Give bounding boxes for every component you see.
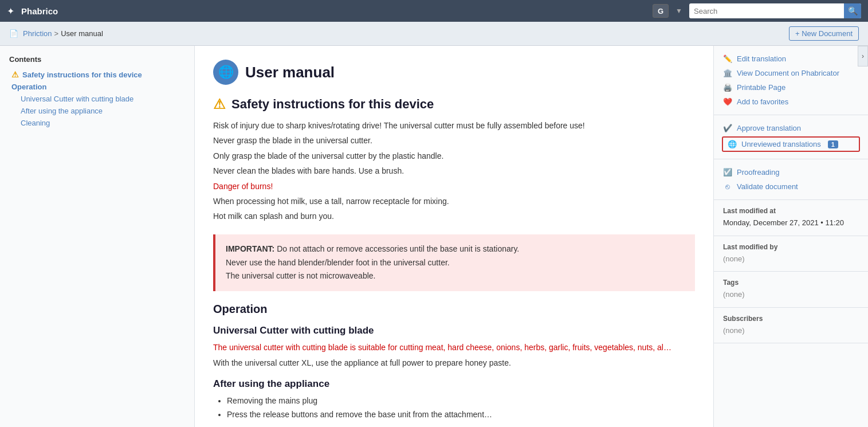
meta-last-modified-by: Last modified by (none)	[714, 236, 868, 272]
sidebar-item-cleaning[interactable]: Cleaning	[9, 117, 185, 129]
breadcrumb-bar: 📄 Phriction > User manual + New Document	[0, 22, 868, 46]
sidebar-operation-label: Operation	[11, 83, 46, 91]
safety-warning-icon: ⚠	[213, 96, 226, 112]
proofreading-link[interactable]: ☑️ Proofreading	[723, 165, 859, 179]
important-box: IMPORTANT: Do not attach or remove acces…	[213, 234, 695, 291]
breadcrumb: 📄 Phriction > User manual	[9, 29, 103, 38]
cutter-desc-1: The universal cutter with cutting blade …	[213, 341, 695, 354]
safety-para-5: When processing hot milk, use a tall, na…	[213, 195, 695, 207]
meta-subscribers: Subscribers (none)	[714, 308, 868, 344]
sidebar-item-safety-label: Safety instructions for this device	[22, 70, 142, 79]
after-heading: After using the appliance	[213, 378, 695, 390]
operation-section: Operation Universal Cutter with cutting …	[213, 303, 695, 421]
operation-heading: Operation	[213, 303, 695, 316]
breadcrumb-parent-link[interactable]: Phriction	[23, 29, 52, 38]
safety-para-4: Danger of burns!	[213, 180, 695, 193]
important-line-2: The universal cutter is not microwaveabl…	[226, 271, 375, 280]
header: ✦ Phabrico G ▼ 🔍	[0, 0, 868, 22]
safety-section: ⚠ Safety instructions for this device Ri…	[213, 96, 695, 291]
safety-para-0: Risk of injury due to sharp knives/rotat…	[213, 119, 695, 132]
sidebar: Contents ⚠ Safety instructions for this …	[0, 46, 195, 427]
globe-icon: 🌐	[728, 140, 737, 148]
page-globe-icon: 🌐	[213, 60, 238, 85]
page-title-row: 🌐 User manual	[213, 60, 695, 85]
approve-icon: ✔️	[723, 124, 732, 132]
panel-doc-actions: ☑️ Proofreading ⎋ Validate document	[714, 159, 868, 200]
validate-icon: ⎋	[723, 182, 732, 191]
phabrico-logo-icon: ✦	[7, 6, 14, 17]
heart-icon: ❤️	[723, 97, 732, 106]
view-icon: 🏛️	[723, 69, 732, 77]
safety-para-3: Never clean the blades with bare hands. …	[213, 164, 695, 177]
warning-icon: ⚠	[11, 70, 19, 79]
printable-page-link[interactable]: 🖨️ Printable Page	[723, 80, 859, 95]
panel-toggle[interactable]: ›	[858, 46, 868, 66]
after-bullet-0: Removing the mains plug	[227, 394, 695, 408]
safety-para-6: Hot milk can splash and burn you.	[213, 210, 695, 222]
main-content: 🌐 User manual ⚠ Safety instructions for …	[195, 46, 713, 427]
validate-document-link[interactable]: ⎋ Validate document	[723, 179, 859, 194]
cutter-heading: Universal Cutter with cutting blade	[213, 325, 695, 336]
safety-heading: ⚠ Safety instructions for this device	[213, 96, 695, 112]
right-panel: › ✏️ Edit translation 🏛️ View Document o…	[713, 46, 868, 427]
important-line-1: Never use the hand blender/blender foot …	[226, 258, 450, 267]
edit-translation-link[interactable]: ✏️ Edit translation	[723, 52, 859, 66]
meta-last-modified-at: Last modified at Monday, December 27, 20…	[714, 200, 868, 236]
new-document-button[interactable]: + New Document	[789, 26, 859, 41]
after-bullet-1: Press the release buttons and remove the…	[227, 408, 695, 422]
cutter-desc-2: With the universal cutter XL, use the ap…	[213, 357, 695, 369]
sidebar-item-operation[interactable]: Operation	[9, 81, 185, 93]
safety-para-2: Only grasp the blade of the universal cu…	[213, 150, 695, 162]
important-line-0: Do not attach or remove accessories unti…	[277, 244, 519, 253]
sidebar-cleaning-label: Cleaning	[21, 119, 50, 127]
sidebar-item-safety[interactable]: ⚠ Safety instructions for this device	[9, 68, 185, 81]
important-label: IMPORTANT:	[226, 244, 274, 253]
search-bar: 🔍	[689, 3, 861, 18]
breadcrumb-icon: 📄	[9, 29, 18, 38]
view-document-link[interactable]: 🏛️ View Document on Phabricator	[723, 66, 859, 80]
unreviewed-badge: 1	[828, 140, 838, 148]
main-layout: Contents ⚠ Safety instructions for this …	[0, 46, 868, 427]
sidebar-cutter-label: Universal Cutter with cutting blade	[21, 95, 133, 103]
sidebar-after-label: After using the appliance	[21, 107, 103, 115]
search-input[interactable]	[689, 7, 844, 15]
breadcrumb-separator: >	[54, 29, 59, 38]
after-bullets: Removing the mains plug Press the releas…	[213, 394, 695, 422]
unreviewed-translations-link[interactable]: 🌐 Unreviewed translations 1	[722, 136, 860, 152]
meta-tags: Tags (none)	[714, 272, 868, 308]
search-button[interactable]: 🔍	[844, 3, 861, 18]
safety-para-1: Never grasp the blade in the universal c…	[213, 134, 695, 147]
panel-translation-actions: ✔️ Approve translation 🌐 Unreviewed tran…	[714, 115, 868, 159]
print-icon: 🖨️	[723, 83, 732, 92]
breadcrumb-current: User manual	[61, 29, 103, 38]
add-favorites-link[interactable]: ❤️ Add to favorites	[723, 95, 859, 109]
sidebar-item-after[interactable]: After using the appliance	[9, 105, 185, 117]
sidebar-item-cutter[interactable]: Universal Cutter with cutting blade	[9, 93, 185, 105]
edit-icon: ✏️	[723, 54, 732, 63]
approve-translation-link[interactable]: ✔️ Approve translation	[723, 121, 859, 135]
sidebar-contents-label: Contents	[9, 55, 185, 64]
app-name: Phabrico	[21, 6, 58, 16]
panel-main-actions: ✏️ Edit translation 🏛️ View Document on …	[714, 46, 868, 115]
page-title: User manual	[245, 64, 335, 81]
user-badge[interactable]: G	[653, 4, 669, 18]
proofread-icon: ☑️	[723, 168, 732, 177]
user-badge-chevron: ▼	[675, 7, 682, 15]
